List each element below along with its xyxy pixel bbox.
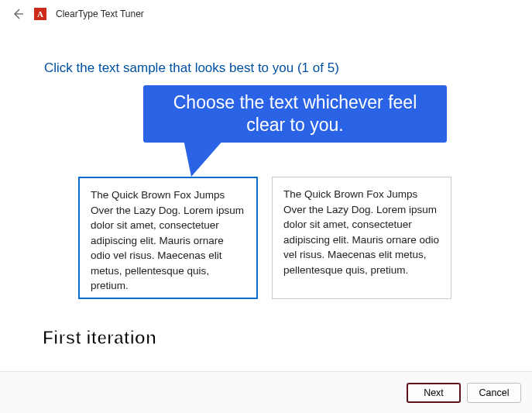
back-arrow-icon[interactable] xyxy=(11,7,25,21)
text-sample-1[interactable]: The Quick Brown Fox Jumps Over the Lazy … xyxy=(78,177,258,299)
callout-annotation: Choose the text whichever feel clear to … xyxy=(143,85,488,170)
titlebar: A ClearType Text Tuner xyxy=(0,0,532,28)
callout-line2: clear to you. xyxy=(159,114,431,136)
text-sample-2[interactable]: The Quick Brown Fox Jumps Over the Lazy … xyxy=(272,177,451,299)
instruction-text: Click the text sample that looks best to… xyxy=(44,60,488,76)
content-area: Click the text sample that looks best to… xyxy=(0,28,532,299)
callout-bubble: Choose the text whichever feel clear to … xyxy=(143,85,447,143)
window-title: ClearType Text Tuner xyxy=(56,9,144,19)
sample-row: The Quick Brown Fox Jumps Over the Lazy … xyxy=(78,177,488,299)
iteration-label: First iteration xyxy=(43,328,156,349)
footer-bar: Next Cancel xyxy=(0,371,532,413)
app-icon: A xyxy=(34,8,46,20)
callout-tail-icon xyxy=(184,139,224,177)
cancel-button[interactable]: Cancel xyxy=(467,383,521,403)
callout-line1: Choose the text whichever feel xyxy=(159,91,431,114)
next-button[interactable]: Next xyxy=(407,383,461,403)
app-icon-letter: A xyxy=(37,9,43,19)
